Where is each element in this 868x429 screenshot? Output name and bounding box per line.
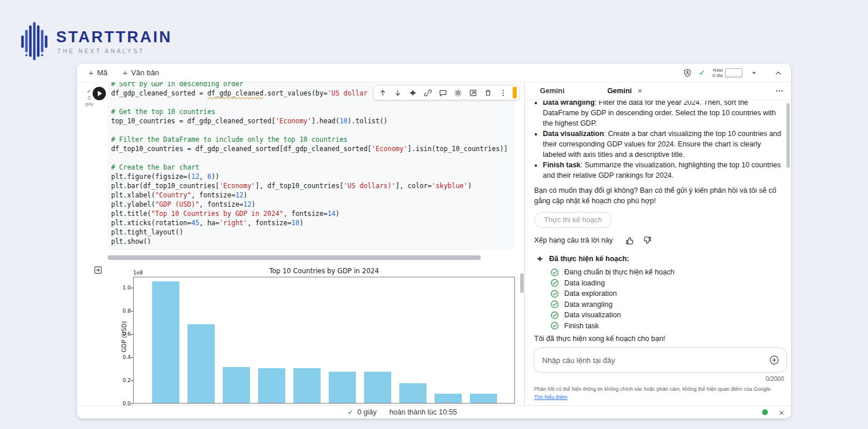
chart-bar [329,372,356,403]
thumbs-up-icon[interactable] [625,236,635,245]
resource-usage-graph [725,68,742,78]
gemini-sparkle-icon[interactable] [405,86,420,100]
prompt-input[interactable] [542,356,769,365]
execution-duration: 0 giây [357,408,376,416]
move-cell-up-icon[interactable] [375,86,390,100]
add-text-label: Văn bản [131,68,159,77]
notebook-toolbar: + Mã + Văn bản ✓ RAM Ổ đĩa [77,64,791,82]
disk-label: Ổ đĩa [712,73,723,78]
execute-plan-button[interactable]: Thực thi kế hoạch [534,212,612,228]
add-text-button[interactable]: + Văn bản [123,68,159,78]
chart-bar [364,372,391,403]
plan-bullet: Finish task: Summarize the visualization… [543,160,782,181]
code-line: plt.xlabel("Country", fontsize=12) [111,190,515,200]
code-line: top_10_countries = df_gdp_cleaned_sorted… [111,116,515,126]
execution-time-unit: giây [82,101,97,107]
step-check-icon [550,321,559,330]
gemini-panel: Gemini Gemini × Data wrangling: Filter t… [524,82,791,405]
output-indicator-icon[interactable] [93,265,103,277]
notebook-area: ✓ 0 giây # Sort by GDP in descending ord… [77,82,524,405]
chart-title: Top 10 Countries by GDP in 2024 [133,267,515,275]
plan-bullet-list: Data wrangling: Filter the data for the … [534,101,782,181]
plus-icon: + [123,68,128,78]
code-cell[interactable]: # Sort by GDP in descending orderdf_gdp_… [108,82,515,250]
code-line: plt.figure(figsize=(12, 6)) [111,172,515,181]
notebook-vertical-scrollbar[interactable] [520,273,524,293]
plan-step: Data exploration [550,288,782,299]
plus-icon: + [89,68,94,78]
close-tab-icon[interactable]: × [638,86,642,96]
privacy-shield-icon[interactable] [683,68,692,78]
step-label: Data visualization [564,310,621,320]
code-line: plt.title("Top 10 Countries by GDP in 20… [111,209,515,218]
colab-window: + Mã + Văn bản ✓ RAM Ổ đĩa ✓ [77,64,791,419]
gemini-vertical-scrollbar[interactable] [786,103,790,168]
code-editor[interactable]: # Sort by GDP in descending orderdf_gdp_… [111,82,515,246]
plan-step: Finish task [550,321,782,332]
gemini-chat-content: Data wrangling: Filter the data for the … [525,101,791,344]
add-attachment-icon[interactable] [769,355,779,365]
completion-time: hoàn thành lúc 10:55 [389,408,457,416]
gemini-panel-header: Gemini Gemini × [525,82,791,100]
learn-more-link[interactable]: Tìm hiểu thêm [534,394,568,401]
chart-bar [258,368,285,403]
code-line: # Get the top 10 countries [111,107,515,116]
mirror-cell-icon[interactable] [465,86,480,100]
tab-gemini[interactable]: Gemini × [607,86,642,96]
chart-bar [435,394,462,403]
more-vert-icon[interactable] [495,86,510,100]
y-tick-label: 0.0 [117,400,131,405]
thumbs-down-icon[interactable] [642,236,652,245]
step-label: Data wrangling [564,299,612,310]
plan-step: Đang chuẩn bị thực hiện kế hoạch [550,267,782,278]
code-line: plt.tight_layout() [111,228,515,237]
gemini-disclaimer: Phản hồi có thể hiện thông tin không chí… [534,386,785,401]
collapse-header-icon[interactable] [774,68,783,78]
step-check-icon [550,278,559,287]
chart-bar [399,383,426,403]
y-tick-label: 0.8 [117,307,131,314]
success-check-icon: ✓ [347,408,353,416]
code-line: # Create the bar chart [111,163,515,172]
plot-area [133,277,515,404]
plan-done-header-row: Đã thực hiện kế hoạch: [536,254,782,264]
starttrain-logo: STARTTRAIN THE NEXT ANALYST [20,21,172,61]
settings-icon[interactable] [450,86,465,100]
comment-icon[interactable] [435,86,450,100]
more-options-icon[interactable] [775,86,784,96]
panel-title: Gemini [540,87,564,95]
prompt-input-container [534,347,787,373]
caret-down-icon[interactable] [749,68,759,78]
step-label: Finish task [564,321,599,331]
plan-step: Data loading [550,278,782,289]
add-code-button[interactable]: + Mã [89,68,108,78]
code-line [111,126,515,135]
plan-done-header: Đã thực hiện kế hoạch: [549,254,629,264]
plan-bullet: Data wrangling: Filter the data for the … [543,101,782,129]
step-check-icon [550,300,559,309]
status-bar: ✓ 0 giây hoàn thành lúc 10:55 × [77,405,791,419]
resource-meter[interactable]: RAM Ổ đĩa [712,68,742,78]
logo-subtitle: THE NEXT ANALYST [57,48,172,54]
tab-label: Gemini [607,87,631,95]
plan-step: Data visualization [550,310,782,321]
starttrain-logo-icon [20,21,50,61]
code-line: plt.xticks(rotation=45, ha='right', font… [111,218,515,228]
plan-steps-list: Đang chuẩn bị thực hiện kế hoạchData loa… [550,267,782,331]
step-check-icon [550,311,559,320]
chart-scale-label: 1e8 [133,270,143,276]
run-cell-button[interactable] [93,87,106,100]
logo-title: STARTTRAIN [56,28,172,46]
y-tick-mark [131,404,133,404]
horizontal-scrollbar[interactable] [108,255,481,260]
copy-link-icon[interactable] [420,86,435,100]
move-cell-down-icon[interactable] [390,86,405,100]
step-label: Data exploration [564,288,617,299]
y-tick-label: 0.2 [117,377,131,384]
close-statusbar-icon[interactable]: × [779,408,784,417]
delete-icon[interactable] [480,86,495,100]
plan-bullet: Data visualization: Create a bar chart v… [543,129,782,160]
step-check-icon [550,268,559,277]
disclaimer-text: Phản hồi có thể hiện thông tin không chí… [534,386,785,393]
chart-bar [223,367,250,403]
